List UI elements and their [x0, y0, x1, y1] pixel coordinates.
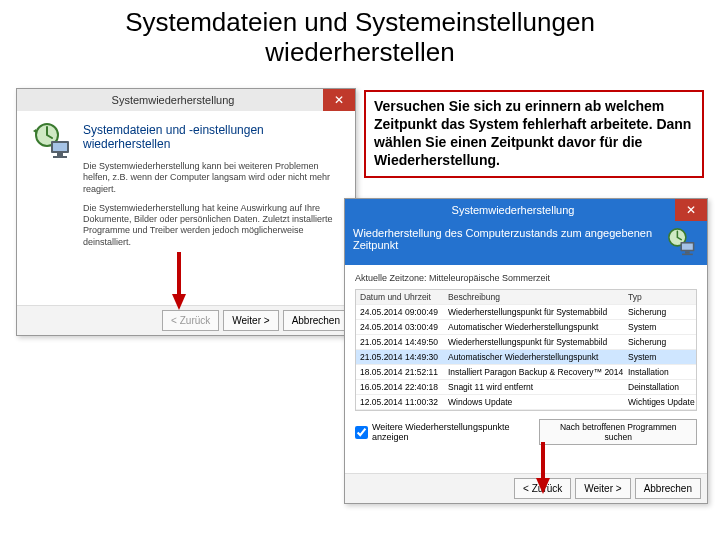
button-bar: < Zurück Weiter > Abbrechen — [345, 473, 707, 503]
cell-datetime: 21.05.2014 14:49:30 — [356, 350, 444, 364]
cell-datetime: 21.05.2014 14:49:50 — [356, 335, 444, 349]
cell-type: Sicherung — [624, 335, 696, 349]
cell-datetime: 18.05.2014 21:52:11 — [356, 365, 444, 379]
cancel-button[interactable]: Abbrechen — [283, 310, 349, 331]
wizard-paragraph-1: Die Systemwiederherstellung kann bei wei… — [83, 161, 341, 195]
cancel-button[interactable]: Abbrechen — [635, 478, 701, 499]
table-header: Datum und Uhrzeit Beschreibung Typ — [356, 290, 696, 305]
next-button[interactable]: Weiter > — [223, 310, 278, 331]
instruction-note: Versuchen Sie sich zu erinnern ab welche… — [364, 90, 704, 178]
restore-icon — [31, 121, 75, 161]
back-button: < Zurück — [162, 310, 219, 331]
cell-type: System — [624, 320, 696, 334]
cell-description: Installiert Paragon Backup & Recovery™ 2… — [444, 365, 624, 379]
window-title: Systemwiederherstellung — [351, 204, 675, 216]
svg-rect-7 — [682, 244, 693, 250]
table-row[interactable]: 18.05.2014 21:52:11Installiert Paragon B… — [356, 365, 696, 380]
svg-rect-4 — [53, 156, 67, 158]
cell-type: Sicherung — [624, 305, 696, 319]
svg-rect-9 — [682, 254, 693, 256]
table-row[interactable]: 21.05.2014 14:49:30Automatischer Wiederh… — [356, 350, 696, 365]
wizard-blue-header: Wiederherstellung des Computerzustands z… — [345, 221, 707, 265]
scan-affected-button[interactable]: Nach betroffenen Programmen suchen — [539, 419, 697, 445]
table-row[interactable]: 24.05.2014 03:00:49Automatischer Wiederh… — [356, 320, 696, 335]
table-row[interactable]: 16.05.2014 22:40:18Snagit 11 wird entfer… — [356, 380, 696, 395]
window-title: Systemwiederherstellung — [23, 94, 323, 106]
cell-type: System — [624, 350, 696, 364]
arrow-indicator-2 — [534, 440, 552, 496]
slide-title: Systemdateien und Systemeinstellungen wi… — [0, 0, 720, 74]
svg-rect-2 — [53, 143, 67, 151]
cell-datetime: 24.05.2014 03:00:49 — [356, 320, 444, 334]
restore-icon — [665, 225, 699, 259]
close-button[interactable]: ✕ — [675, 199, 707, 221]
cell-description: Windows Update — [444, 395, 624, 409]
cell-type: Installation — [624, 365, 696, 379]
titlebar: Systemwiederherstellung ✕ — [345, 199, 707, 221]
wizard-heading: Wiederherstellung des Computerzustands z… — [353, 227, 652, 251]
col-description[interactable]: Beschreibung — [444, 290, 624, 304]
svg-rect-3 — [57, 153, 63, 156]
wizard-heading: Systemdateien und -einstellungen wiederh… — [83, 123, 341, 151]
close-button[interactable]: ✕ — [323, 89, 355, 111]
cell-description: Automatischer Wiederherstellungspunkt — [444, 320, 624, 334]
table-row[interactable]: 24.05.2014 09:00:49Wiederherstellungspun… — [356, 305, 696, 320]
restore-points-table[interactable]: Datum und Uhrzeit Beschreibung Typ 24.05… — [355, 289, 697, 411]
svg-rect-8 — [685, 251, 690, 253]
col-datetime[interactable]: Datum und Uhrzeit — [356, 290, 444, 304]
cell-description: Snagit 11 wird entfernt — [444, 380, 624, 394]
show-more-checkbox[interactable]: Weitere Wiederherstellungspunkte anzeige… — [355, 422, 539, 442]
cell-type: Deinstallation — [624, 380, 696, 394]
table-row[interactable]: 12.05.2014 11:00:32Windows UpdateWichtig… — [356, 395, 696, 410]
cell-datetime: 24.05.2014 09:00:49 — [356, 305, 444, 319]
cell-datetime: 12.05.2014 11:00:32 — [356, 395, 444, 409]
svg-marker-11 — [172, 294, 186, 310]
arrow-indicator-1 — [170, 250, 188, 312]
system-restore-points-dialog: Systemwiederherstellung ✕ Wiederherstell… — [344, 198, 708, 504]
cell-description: Automatischer Wiederherstellungspunkt — [444, 350, 624, 364]
show-more-checkbox-input[interactable] — [355, 426, 368, 439]
next-button[interactable]: Weiter > — [575, 478, 630, 499]
cell-description: Wiederherstellungspunkt für Systemabbild — [444, 305, 624, 319]
col-type[interactable]: Typ — [624, 290, 696, 304]
table-row[interactable]: 21.05.2014 14:49:50Wiederherstellungspun… — [356, 335, 696, 350]
svg-marker-13 — [536, 478, 550, 494]
wizard-paragraph-2: Die Systemwiederherstellung hat keine Au… — [83, 203, 341, 248]
cell-description: Wiederherstellungspunkt für Systemabbild — [444, 335, 624, 349]
titlebar: Systemwiederherstellung ✕ — [17, 89, 355, 111]
timezone-label: Aktuelle Zeitzone: Mitteleuropäische Som… — [355, 273, 697, 283]
cell-type: Wichtiges Update — [624, 395, 696, 409]
cell-datetime: 16.05.2014 22:40:18 — [356, 380, 444, 394]
show-more-checkbox-label: Weitere Wiederherstellungspunkte anzeige… — [372, 422, 539, 442]
